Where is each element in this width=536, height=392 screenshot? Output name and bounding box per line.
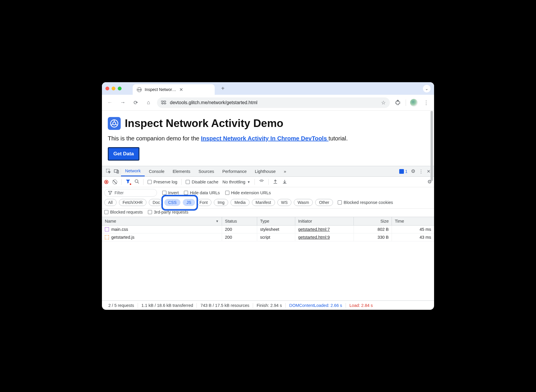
- filter-pill-fetch-xhr[interactable]: Fetch/XHR: [119, 199, 146, 206]
- status-transferred: 1.1 kB / 18.6 kB transferred: [138, 303, 197, 308]
- chevron-down-icon: ▼: [247, 180, 250, 184]
- svg-line-12: [138, 182, 139, 183]
- search-icon[interactable]: [134, 179, 139, 185]
- clear-button[interactable]: [112, 180, 117, 184]
- filter-pill-other[interactable]: Other: [315, 199, 333, 206]
- request-size: 802 B: [354, 226, 392, 233]
- issues-button[interactable]: 1: [399, 169, 407, 174]
- tutorial-link[interactable]: Inspect Network Activity In Chrome DevTo…: [201, 135, 329, 142]
- table-row[interactable]: getstarted.js200scriptgetstarted.html:93…: [102, 233, 434, 241]
- tab-sources[interactable]: Sources: [194, 166, 218, 176]
- filter-pill-manifest[interactable]: Manifest: [252, 199, 275, 206]
- browser-menu-button[interactable]: ⋮: [422, 98, 431, 107]
- filter-pill-font[interactable]: Font: [197, 199, 211, 206]
- svg-point-3: [162, 103, 163, 104]
- filter-pill-img[interactable]: Img: [214, 199, 228, 206]
- status-bar: 2 / 5 requests 1.1 kB / 18.6 kB transfer…: [102, 300, 434, 310]
- grid-body: main.css200stylesheetgetstarted.html:780…: [102, 226, 434, 300]
- maximize-window-button[interactable]: [118, 87, 122, 90]
- settings-gear-icon[interactable]: ⚙: [411, 168, 415, 174]
- network-conditions-icon[interactable]: [259, 179, 264, 185]
- blocked-requests-checkbox[interactable]: Blocked requests: [104, 210, 143, 214]
- disable-cache-checkbox[interactable]: Disable cache: [186, 180, 218, 184]
- home-button[interactable]: ⌂: [144, 98, 153, 107]
- navbar: ← → ⟳ ⌂ devtools.glitch.me/network/getst…: [102, 95, 434, 111]
- close-tab-button[interactable]: ✕: [179, 87, 211, 92]
- back-button[interactable]: ←: [105, 98, 114, 107]
- page-description: This is the companion demo for the Inspe…: [108, 135, 428, 142]
- filter-pill-wasm[interactable]: Wasm: [294, 199, 313, 206]
- col-header-size[interactable]: Size: [354, 217, 392, 225]
- tab-elements[interactable]: Elements: [168, 166, 194, 176]
- tab-lighthouse[interactable]: Lighthouse: [251, 166, 280, 176]
- issues-icon: [399, 169, 404, 174]
- third-party-checkbox[interactable]: 3rd-party requests: [148, 210, 188, 214]
- expand-tabs-button[interactable]: ⌄: [423, 85, 431, 92]
- close-devtools-button[interactable]: ✕: [427, 169, 431, 174]
- svg-rect-1: [164, 101, 166, 102]
- request-name: getstarted.js: [111, 235, 134, 240]
- request-type: stylesheet: [257, 226, 295, 233]
- filter-row-2: Blocked requests 3rd-party requests: [102, 209, 434, 217]
- tab-console[interactable]: Console: [145, 166, 168, 176]
- filter-pill-js[interactable]: JS: [183, 199, 195, 206]
- filter-toggle-icon[interactable]: [126, 179, 130, 185]
- request-initiator[interactable]: getstarted.html:7: [295, 226, 354, 233]
- record-button[interactable]: [104, 180, 108, 184]
- chrome-devtools-logo-icon: [108, 117, 121, 130]
- request-type: script: [257, 233, 295, 241]
- get-data-button[interactable]: Get Data: [108, 147, 139, 161]
- hide-data-urls-checkbox[interactable]: Hide data URLs: [184, 190, 220, 195]
- import-har-icon[interactable]: [273, 179, 278, 185]
- col-header-status[interactable]: Status: [222, 217, 257, 225]
- minimize-window-button[interactable]: [112, 87, 115, 90]
- sort-desc-icon: ▼: [216, 219, 219, 223]
- divider: [268, 179, 269, 185]
- throttling-select[interactable]: No throttling ▼: [222, 180, 250, 184]
- filter-pill-media[interactable]: Media: [231, 199, 249, 206]
- profile-avatar[interactable]: [410, 99, 418, 106]
- grid-header: Name▼ Status Type Initiator Size Time: [102, 217, 434, 226]
- bookmark-star-icon[interactable]: ☆: [381, 99, 386, 106]
- device-toolbar-icon[interactable]: [112, 169, 121, 173]
- col-header-name[interactable]: Name▼: [102, 217, 222, 225]
- preserve-log-checkbox[interactable]: Preserve log: [148, 180, 177, 184]
- tab-more-icon[interactable]: »: [280, 166, 290, 176]
- svg-point-4: [164, 103, 165, 104]
- tab-network[interactable]: Network: [121, 166, 145, 176]
- new-tab-button[interactable]: +: [221, 85, 225, 92]
- filter-pill-ws[interactable]: WS: [277, 199, 292, 206]
- col-header-type[interactable]: Type: [257, 217, 295, 225]
- close-window-button[interactable]: [105, 87, 109, 90]
- tab-title: Inspect Network Activity Dem: [145, 87, 176, 92]
- hide-extension-urls-checkbox[interactable]: Hide extension URLs: [225, 190, 271, 195]
- status-resources: 743 B / 17.5 kB resources: [197, 303, 253, 308]
- filter-input[interactable]: Filter: [104, 189, 157, 197]
- browser-tab[interactable]: Inspect Network Activity Dem ✕: [133, 84, 215, 95]
- svg-rect-0: [161, 101, 163, 102]
- status-load: Load: 2.84 s: [346, 303, 376, 308]
- network-toolbar: Preserve log Disable cache No throttling…: [102, 177, 434, 187]
- extensions-icon[interactable]: [394, 99, 402, 106]
- col-header-initiator[interactable]: Initiator: [295, 217, 354, 225]
- tab-performance[interactable]: Performance: [218, 166, 251, 176]
- table-row[interactable]: main.css200stylesheetgetstarted.html:780…: [102, 226, 434, 233]
- page-scrollbar[interactable]: [431, 111, 433, 181]
- filter-pill-all[interactable]: All: [104, 199, 117, 206]
- reload-button[interactable]: ⟳: [131, 98, 140, 107]
- request-initiator[interactable]: getstarted.html:9: [295, 233, 354, 241]
- forward-button[interactable]: →: [118, 98, 127, 107]
- invert-checkbox[interactable]: Invert: [162, 190, 179, 195]
- filter-pill-doc[interactable]: Doc: [149, 199, 162, 206]
- address-bar[interactable]: devtools.glitch.me/network/getstarted.ht…: [157, 97, 390, 108]
- site-settings-icon[interactable]: [161, 101, 166, 105]
- col-header-time[interactable]: Time: [392, 217, 434, 225]
- file-js-icon: [105, 235, 109, 239]
- blocked-cookies-checkbox[interactable]: Blocked response cookies: [338, 200, 393, 205]
- devtools-menu-button[interactable]: ⋮: [419, 169, 423, 174]
- request-size: 330 B: [354, 233, 392, 241]
- status-domcontentloaded: DOMContentLoaded: 2.66 s: [286, 303, 346, 308]
- filter-pill-css[interactable]: CSS: [164, 199, 180, 206]
- export-har-icon[interactable]: [282, 179, 287, 185]
- inspect-element-icon[interactable]: [104, 169, 112, 174]
